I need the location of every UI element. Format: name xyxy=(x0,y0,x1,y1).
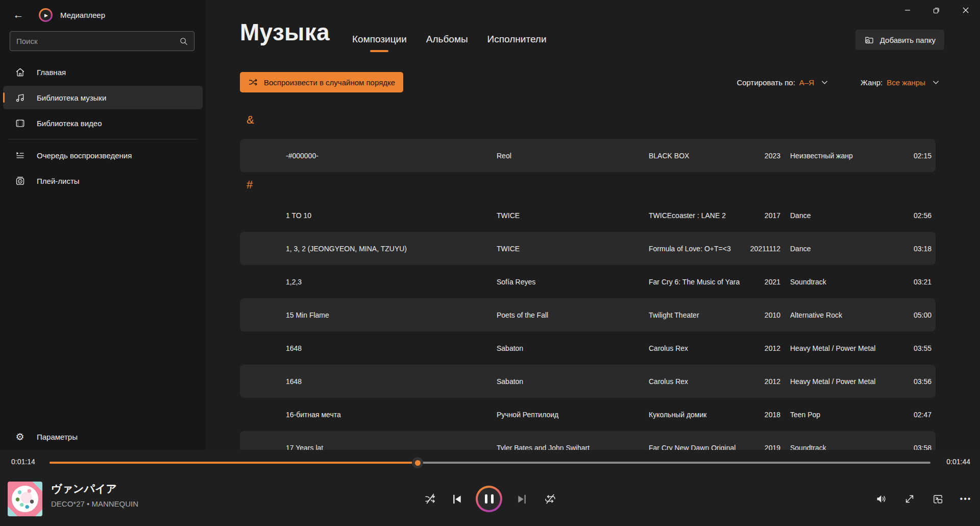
section-letter[interactable]: # xyxy=(247,178,936,192)
search-input[interactable] xyxy=(16,37,179,45)
fullscreen-diagonal-icon xyxy=(904,493,915,505)
track-row[interactable]: 15 Min FlamePoets of the FallTwilight Th… xyxy=(240,298,936,331)
restore-icon xyxy=(933,7,940,14)
track-album: BLACK BOX xyxy=(649,152,746,160)
next-track-button[interactable] xyxy=(512,490,531,508)
track-row[interactable]: -#000000-ReolBLACK BOX2023Неизвестный жа… xyxy=(240,139,936,172)
previous-track-button[interactable] xyxy=(448,490,466,508)
sidebar-footer: ⚙ Параметры xyxy=(3,425,203,450)
close-button[interactable] xyxy=(951,0,980,20)
track-artist: Sabaton xyxy=(497,377,649,386)
section-letter[interactable]: & xyxy=(247,113,936,127)
titlebar: ← ▶ Медиаплеер xyxy=(0,0,206,30)
minimize-button[interactable] xyxy=(893,0,922,20)
genre-label: Жанр: xyxy=(861,78,883,87)
tabs: Композиции Альбомы Исполнители xyxy=(352,34,547,52)
track-title: 1648 xyxy=(286,377,497,386)
tab-albums[interactable]: Альбомы xyxy=(426,34,468,52)
back-button[interactable]: ← xyxy=(9,7,28,22)
seek-thumb[interactable] xyxy=(412,457,423,468)
now-playing-artist-album: DECO*27 • MANNEQUIN xyxy=(51,499,138,508)
track-genre: Неизвестный жанр xyxy=(782,152,896,160)
seek-fill xyxy=(50,462,418,464)
sidebar-item-label: Главная xyxy=(37,68,66,77)
track-dur: 02:15 xyxy=(896,152,932,160)
track-year: 2023 xyxy=(746,152,782,160)
shuffle-toggle-button[interactable] xyxy=(421,490,439,508)
track-artist: TWICE xyxy=(497,245,649,253)
app-title: Медиаплеер xyxy=(60,11,105,19)
shuffle-off-icon xyxy=(424,493,436,505)
track-row[interactable]: 1 TO 10TWICETWICEcoaster : LANE 22017Dan… xyxy=(240,199,936,232)
track-album: Formula of Love: O+T=<3 xyxy=(649,245,746,253)
sidebar-item-label: Библиотека музыки xyxy=(37,93,106,102)
track-year: 20211112 xyxy=(746,245,782,253)
mini-player-button[interactable] xyxy=(928,490,947,508)
sidebar-item-playlists[interactable]: Плей-листы xyxy=(3,169,203,193)
track-album: Far Cry 6: The Music of Yara xyxy=(649,278,746,286)
track-genre: Alternative Rock xyxy=(782,311,896,319)
volume-icon xyxy=(875,493,888,505)
remaining-time: 0:01:44 xyxy=(946,458,970,466)
fullscreen-button[interactable] xyxy=(900,490,919,508)
play-queue-icon xyxy=(14,150,26,161)
chevron-down-icon xyxy=(933,80,939,85)
maximize-restore-button[interactable] xyxy=(922,0,951,20)
toolbar: Воспроизвести в случайном порядке Сортир… xyxy=(240,72,939,92)
track-artist: Sabaton xyxy=(497,344,649,352)
sidebar-item-home[interactable]: Главная xyxy=(3,60,203,84)
sidebar-item-video-library[interactable]: Библиотека видео xyxy=(3,111,203,135)
sidebar-item-label: Параметры xyxy=(37,433,78,441)
previous-icon xyxy=(451,493,463,505)
sort-dropdown[interactable]: Сортировать по: А–Я xyxy=(737,78,828,87)
sort-area: Сортировать по: А–Я Жанр: Все жанры xyxy=(737,72,939,92)
tab-songs[interactable]: Композиции xyxy=(352,34,407,52)
track-row[interactable]: 1648SabatonCarolus Rex2012Heavy Metal / … xyxy=(240,331,936,365)
track-year: 2012 xyxy=(746,377,782,386)
track-artist: Sofía Reyes xyxy=(497,278,649,286)
track-dur: 03:56 xyxy=(896,377,932,386)
track-genre: Heavy Metal / Power Metal xyxy=(782,344,896,352)
gear-icon: ⚙ xyxy=(14,431,26,442)
track-row[interactable]: 16-битная мечтаРучной РептилоидКукольный… xyxy=(240,398,936,431)
track-title: -#000000- xyxy=(286,152,497,160)
home-icon xyxy=(14,66,26,78)
track-row[interactable]: 1, 3, 2 (JEONGYEON, MINA, TZUYU)TWICEFor… xyxy=(240,232,936,265)
sidebar-item-label: Очередь воспроизведения xyxy=(37,151,132,160)
track-album: Кукольный домик xyxy=(649,411,746,419)
volume-button[interactable] xyxy=(872,490,891,508)
search-box[interactable] xyxy=(10,31,194,51)
sort-label: Сортировать по: xyxy=(737,78,795,87)
app-logo-icon: ▶ xyxy=(39,8,53,22)
pause-button[interactable] xyxy=(476,486,502,512)
track-artist: Poets of the Fall xyxy=(497,311,649,319)
close-icon xyxy=(963,7,969,13)
track-title: 1648 xyxy=(286,344,497,352)
track-row[interactable]: 1,2,3Sofía ReyesFar Cry 6: The Music of … xyxy=(240,265,936,298)
track-genre: Soundtrack xyxy=(782,278,896,286)
track-title: 17 Years lat xyxy=(286,444,497,450)
track-year: 2010 xyxy=(746,311,782,319)
window-controls xyxy=(893,0,980,20)
track-genre: Dance xyxy=(782,245,896,253)
sidebar-item-settings[interactable]: ⚙ Параметры xyxy=(3,425,203,448)
track-title: 1 TO 10 xyxy=(286,211,497,220)
track-row[interactable]: 1648SabatonCarolus Rex2012Heavy Metal / … xyxy=(240,365,936,398)
add-folder-button[interactable]: Добавить папку xyxy=(855,30,944,50)
track-genre: Soundtrack xyxy=(782,444,896,450)
track-row[interactable]: 17 Years latTyler Bates and John Swihart… xyxy=(240,431,936,450)
tab-artists[interactable]: Исполнители xyxy=(487,34,547,52)
genre-dropdown[interactable]: Жанр: Все жанры xyxy=(861,78,939,87)
track-year: 2012 xyxy=(746,344,782,352)
more-options-button[interactable]: ••• xyxy=(957,490,975,508)
seek-slider[interactable] xyxy=(50,462,930,464)
now-playing-title: ヴァンパイア xyxy=(51,482,117,496)
track-genre: Teen Pop xyxy=(782,411,896,419)
repeat-off-icon xyxy=(544,493,556,505)
elapsed-time: 0:01:14 xyxy=(11,458,35,466)
repeat-toggle-button[interactable] xyxy=(541,490,559,508)
shuffle-play-button[interactable]: Воспроизвести в случайном порядке xyxy=(240,72,403,92)
sidebar-item-music-library[interactable]: Библиотека музыки xyxy=(3,86,203,109)
track-title: 15 Min Flame xyxy=(286,311,497,319)
sidebar-item-play-queue[interactable]: Очередь воспроизведения xyxy=(3,144,203,167)
